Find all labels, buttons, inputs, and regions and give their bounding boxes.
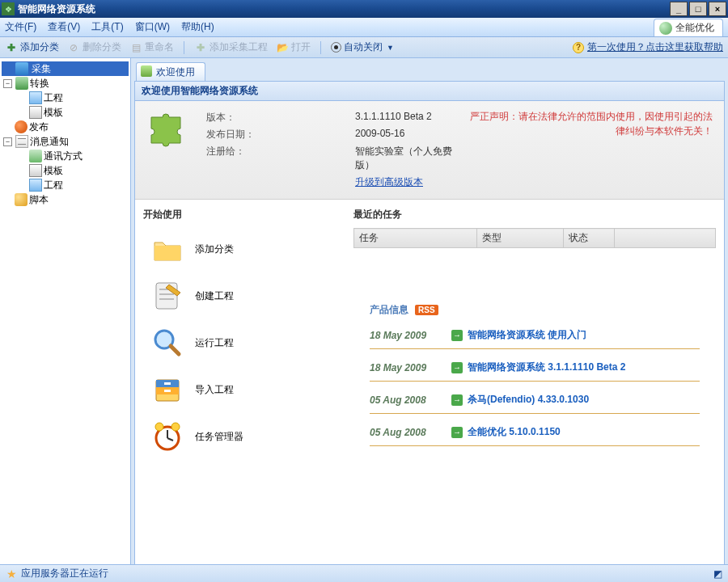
tb-open: 📂打开 <box>276 40 311 54</box>
star-icon: ★ <box>5 567 18 580</box>
puzzle-icon <box>146 109 185 148</box>
tree-message[interactable]: −消息通知 <box>2 134 129 149</box>
action-import-project[interactable]: 导入工程 <box>151 373 337 406</box>
comm-icon <box>29 150 42 162</box>
tree-convert-project[interactable]: 工程 <box>2 91 129 105</box>
upgrade-link[interactable]: 升级到高级版本 <box>355 174 467 191</box>
publish-icon <box>15 120 28 133</box>
action-task-manager[interactable]: 任务管理器 <box>151 420 337 453</box>
first-use-help-link[interactable]: 第一次使用？点击这里获取帮助 <box>587 40 723 54</box>
menu-bar: 文件(F) 查看(V) 工具(T) 窗口(W) 帮助(H) 全能优化 <box>0 18 728 37</box>
rename-icon: ▤ <box>129 41 142 54</box>
tb-add-category[interactable]: ✚添加分类 <box>5 40 59 54</box>
folder-icon <box>151 233 184 265</box>
action-add-category[interactable]: 添加分类 <box>151 233 337 265</box>
date-label: 发布日期： <box>206 126 352 143</box>
toolbar: ✚添加分类 ⊘删除分类 ▤重命名 ✚添加采集工程 📂打开 自动关闭▼ ? 第一次… <box>0 37 728 58</box>
tab-welcome[interactable]: 欢迎使用 <box>136 62 205 81</box>
pi-item-1[interactable]: 18 May 2009 → 智能网络资源系统 3.1.1.1110 Beta 2 <box>370 354 700 382</box>
clock-icon <box>151 420 184 453</box>
optimize-badge[interactable]: 全能优化 <box>654 19 723 36</box>
col-type[interactable]: 类型 <box>476 229 563 248</box>
delete-icon: ⊘ <box>67 41 80 54</box>
tree-msg-project[interactable]: 工程 <box>2 178 129 192</box>
version-value: 3.1.1.1110 Beta 2 <box>355 109 467 126</box>
col-task[interactable]: 任务 <box>354 229 477 248</box>
col-empty[interactable] <box>614 229 715 248</box>
arrow-icon: → <box>451 330 463 341</box>
panel-header: 欢迎使用智能网络资源系统 <box>135 82 724 101</box>
collapse-icon[interactable]: − <box>3 137 12 146</box>
product-info-title: 产品信息 RSS <box>370 303 700 317</box>
content-area: 欢迎使用 欢迎使用智能网络资源系统 版本： 3.1.1.1110 Beta 2 … <box>131 58 728 582</box>
status-bar: ★ 应用服务器正在运行 ◩ <box>0 564 728 582</box>
menu-view[interactable]: 查看(V) <box>48 20 80 34</box>
menu-file[interactable]: 文件(F) <box>5 20 36 34</box>
app-icon: ❖ <box>2 2 15 15</box>
nav-tree: 采集 −转换 工程 模板 发布 −消息通知 通讯方式 模板 工程 脚本 <box>2 61 129 207</box>
tree-script[interactable]: 脚本 <box>2 192 129 207</box>
reg-label: 注册给： <box>206 143 352 174</box>
disclaimer-text: 严正声明：请在法律允许的范围内使用，因使用引起的法律纠纷与本软件无关！ <box>470 109 713 174</box>
tree-comm[interactable]: 通讯方式 <box>2 149 129 163</box>
tree-msg-template[interactable]: 模板 <box>2 163 129 178</box>
svg-point-13 <box>171 423 180 431</box>
reg-value: 智能实验室（个人免费版） <box>355 143 467 174</box>
menu-window[interactable]: 窗口(W) <box>135 20 170 34</box>
window-titlebar: ❖ 智能网络资源系统 _ □ × <box>0 0 728 18</box>
arrow-icon: → <box>451 362 463 373</box>
menu-tools[interactable]: 工具(T) <box>91 20 123 34</box>
version-label: 版本： <box>206 109 352 126</box>
arrow-icon: → <box>451 427 463 438</box>
pi-item-0[interactable]: 18 May 2009 → 智能网络资源系统 使用入门 <box>370 322 700 349</box>
convert-icon <box>15 77 28 90</box>
minimize-button[interactable]: _ <box>670 2 688 16</box>
rss-badge[interactable]: RSS <box>415 305 438 315</box>
welcome-panel: 欢迎使用智能网络资源系统 版本： 3.1.1.1110 Beta 2 严正声明：… <box>134 81 725 582</box>
svg-rect-10 <box>164 390 171 392</box>
collapse-icon[interactable]: − <box>3 79 12 88</box>
tree-convert[interactable]: −转换 <box>2 76 129 91</box>
magnifier-icon <box>151 327 184 359</box>
pi-item-3[interactable]: 05 Aug 2008 → 全能优化 5.10.0.1150 <box>370 419 700 446</box>
project-icon <box>29 179 42 192</box>
recent-section: 最近的任务 任务 类型 状态 产品信息 RSS <box>353 205 716 453</box>
svg-rect-9 <box>164 382 171 385</box>
action-run-project[interactable]: 运行工程 <box>151 327 337 359</box>
template-icon <box>29 106 42 119</box>
maximize-button[interactable]: □ <box>689 2 707 16</box>
tree-collect[interactable]: 采集 <box>2 61 129 76</box>
document-icon <box>151 280 184 312</box>
window-controls: _ □ × <box>670 2 726 16</box>
info-block: 版本： 3.1.1.1110 Beta 2 严正声明：请在法律允许的范围内使用，… <box>135 101 724 200</box>
project-icon <box>29 91 42 104</box>
radio-icon <box>331 42 341 53</box>
tree-publish[interactable]: 发布 <box>2 120 129 134</box>
sidebar: 采集 −转换 工程 模板 发布 −消息通知 通讯方式 模板 工程 脚本 <box>0 58 131 582</box>
tree-convert-template[interactable]: 模板 <box>2 105 129 120</box>
date-value: 2009-05-16 <box>355 126 467 143</box>
tb-add-project: ✚添加采集工程 <box>194 40 268 54</box>
menu-help[interactable]: 帮助(H) <box>181 20 214 34</box>
tb-rename: ▤重命名 <box>129 40 174 54</box>
toolbar-separator <box>320 41 321 54</box>
recent-title: 最近的任务 <box>353 205 716 228</box>
toolbar-separator <box>184 41 184 54</box>
status-text: 应用服务器正在运行 <box>21 567 108 580</box>
drawer-icon <box>151 373 184 406</box>
svg-point-12 <box>155 423 163 431</box>
script-icon <box>15 193 28 206</box>
message-icon <box>15 135 28 148</box>
status-right-icon[interactable]: ◩ <box>712 568 723 580</box>
tb-autoclose[interactable]: 自动关闭▼ <box>331 40 394 54</box>
close-button[interactable]: × <box>709 2 726 16</box>
tb-delete-category: ⊘删除分类 <box>67 40 121 54</box>
help-icon: ? <box>573 42 584 53</box>
col-status[interactable]: 状态 <box>564 229 615 248</box>
template-icon <box>29 164 42 177</box>
action-create-project[interactable]: 创建工程 <box>151 280 337 312</box>
pi-item-2[interactable]: 05 Aug 2008 → 杀马(Defendio) 4.33.0.1030 <box>370 386 700 414</box>
tb-help: ? 第一次使用？点击这里获取帮助 <box>573 40 723 54</box>
window-title: 智能网络资源系统 <box>18 2 670 16</box>
open-icon: 📂 <box>276 41 289 54</box>
